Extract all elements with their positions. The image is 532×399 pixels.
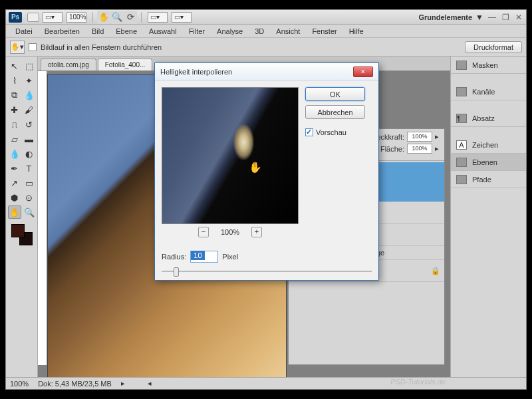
menu-filter[interactable]: Filter: [184, 26, 210, 37]
arrange-dropdown[interactable]: ▭▾: [148, 12, 168, 23]
camera-tool[interactable]: ⊙: [23, 191, 36, 204]
hand-tool[interactable]: ✋: [8, 205, 21, 219]
radius-slider[interactable]: [162, 265, 372, 277]
menu-fenster[interactable]: Fenster: [307, 26, 342, 37]
status-doc: Dok: 5,43 MB/23,5 MB: [38, 380, 112, 388]
status-zoom: 100%: [10, 380, 29, 388]
type-tool[interactable]: T: [23, 162, 36, 175]
menu-datei[interactable]: Datei: [10, 26, 38, 37]
preview-zoom: 100%: [221, 228, 239, 236]
paths-icon: [456, 175, 467, 184]
minimize-button[interactable]: —: [487, 13, 497, 22]
paragraph-icon: ¶: [456, 114, 467, 123]
color-swatches[interactable]: [11, 224, 33, 245]
tab-ebenen[interactable]: Ebenen: [451, 154, 526, 171]
channels-icon: [456, 87, 467, 96]
print-format-button[interactable]: Druckformat: [465, 41, 522, 53]
crop-tool[interactable]: ⧉: [8, 88, 21, 102]
character-icon: A: [456, 140, 467, 150]
menu-bearbeiten[interactable]: Bearbeiten: [39, 26, 85, 37]
bridge-button[interactable]: [27, 13, 39, 22]
blur-tool[interactable]: 💧: [8, 147, 21, 160]
brush-tool[interactable]: 🖌: [23, 103, 36, 116]
restore-button[interactable]: ❐: [501, 13, 510, 22]
menu-analyse[interactable]: Analyse: [211, 26, 248, 37]
zoom-out-button[interactable]: −: [198, 227, 209, 237]
scroll-all-checkbox[interactable]: [29, 43, 37, 51]
current-tool-icon[interactable]: ✋▾: [10, 41, 25, 54]
tab-absatz[interactable]: ¶Absatz: [451, 110, 526, 127]
pen-tool[interactable]: ✒: [8, 162, 21, 175]
ruler-vertical: [38, 71, 47, 365]
menu-hilfe[interactable]: Hilfe: [344, 26, 369, 37]
zoom-tool-icon[interactable]: 🔍: [110, 11, 124, 24]
filter-dialog: Helligkeit interpolieren ✕ ✋ − 100% + OK…: [154, 63, 379, 281]
eraser-tool[interactable]: ▱: [8, 132, 21, 146]
heal-tool[interactable]: ✚: [8, 103, 21, 116]
filter-preview[interactable]: ✋: [162, 87, 299, 224]
fill-input[interactable]: 100%: [407, 144, 432, 154]
app-logo: Ps: [9, 12, 22, 23]
title-bar: Ps ▭▾ 100% ✋ 🔍 ⟳ ▭▾ ▭▾ Grundelemente ▼ —…: [6, 10, 526, 25]
wand-tool[interactable]: ✦: [23, 74, 36, 87]
zoom-dropdown[interactable]: 100%: [66, 12, 86, 23]
menu-bar: Datei Bearbeiten Bild Ebene Auswahl Filt…: [6, 25, 526, 38]
radius-input[interactable]: 10: [190, 251, 218, 263]
eyedropper-tool[interactable]: 💧: [23, 88, 36, 102]
scroll-all-label: Bildlauf in allen Fenstern durchführen: [41, 43, 162, 51]
zoom-in-button[interactable]: +: [251, 227, 262, 237]
fill-label: Fläche:: [380, 145, 404, 153]
toolbox: ↖⬚ ⌇✦ ⧉💧 ✚🖌 ⎍↺ ▱▬ 💧◐ ✒T ↗▭ ⬢⊙ ✋🔍: [6, 57, 38, 377]
radius-label: Radius:: [162, 253, 186, 261]
menu-ansicht[interactable]: Ansicht: [271, 26, 305, 37]
status-bar: 100% Dok: 5,43 MB/23,5 MB ▸◂: [6, 377, 526, 389]
menu-bild[interactable]: Bild: [86, 26, 109, 37]
menu-3d[interactable]: 3D: [249, 26, 269, 37]
screenmode-dropdown[interactable]: ▭▾: [172, 12, 192, 23]
dialog-titlebar[interactable]: Helligkeit interpolieren ✕: [155, 63, 378, 80]
stamp-tool[interactable]: ⎍: [8, 118, 21, 131]
right-dock: Masken Kanäle ¶Absatz AZeichen Ebenen Pf…: [450, 57, 526, 377]
doc-tab-1[interactable]: otolia.com.jpg: [41, 59, 96, 70]
tab-pfade[interactable]: Pfade: [451, 171, 526, 188]
doc-tab-2[interactable]: Fotolia_400...: [98, 59, 153, 70]
rotate-view-icon[interactable]: ⟳: [124, 11, 137, 24]
menu-auswahl[interactable]: Auswahl: [144, 26, 182, 37]
shape-tool[interactable]: ▭: [23, 176, 36, 190]
path-tool[interactable]: ↗: [8, 176, 21, 190]
view-dropdown[interactable]: ▭▾: [43, 12, 63, 23]
opacity-input[interactable]: 100%: [407, 132, 432, 142]
layers-icon: [456, 158, 467, 167]
tab-kanale[interactable]: Kanäle: [451, 83, 526, 100]
watermark: PSD-Tutorials.de: [390, 378, 446, 386]
cancel-button[interactable]: Abbrechen: [305, 105, 365, 119]
workspace-switcher[interactable]: Grundelemente ▼: [418, 13, 483, 22]
close-button[interactable]: ✕: [514, 13, 523, 22]
3d-tool[interactable]: ⬢: [8, 191, 21, 204]
dialog-title: Helligkeit interpolieren: [160, 68, 232, 76]
marquee-tool[interactable]: ⬚: [23, 59, 36, 72]
zoom-tool[interactable]: 🔍: [23, 205, 36, 219]
mask-icon: [456, 61, 467, 70]
menu-ebene[interactable]: Ebene: [110, 26, 142, 37]
tab-masken[interactable]: Masken: [451, 57, 526, 74]
lock-icon: 🔒: [431, 267, 440, 275]
dodge-tool[interactable]: ◐: [23, 147, 36, 160]
hand-cursor-icon: ✋: [249, 161, 262, 174]
ok-button[interactable]: OK: [305, 87, 365, 101]
lasso-tool[interactable]: ⌇: [8, 74, 21, 87]
foreground-swatch[interactable]: [11, 224, 25, 237]
radius-unit: Pixel: [222, 253, 238, 261]
slider-thumb[interactable]: [174, 267, 179, 277]
preview-label: Vorschau: [316, 128, 346, 136]
tab-zeichen[interactable]: AZeichen: [451, 136, 526, 154]
preview-checkbox[interactable]: [305, 128, 313, 136]
history-brush-tool[interactable]: ↺: [23, 118, 36, 131]
gradient-tool[interactable]: ▬: [23, 132, 36, 146]
move-tool[interactable]: ↖: [8, 59, 21, 72]
hand-tool-icon[interactable]: ✋: [97, 11, 110, 24]
dialog-close-button[interactable]: ✕: [353, 66, 373, 77]
options-bar: ✋▾ Bildlauf in allen Fenstern durchführe…: [6, 38, 526, 57]
